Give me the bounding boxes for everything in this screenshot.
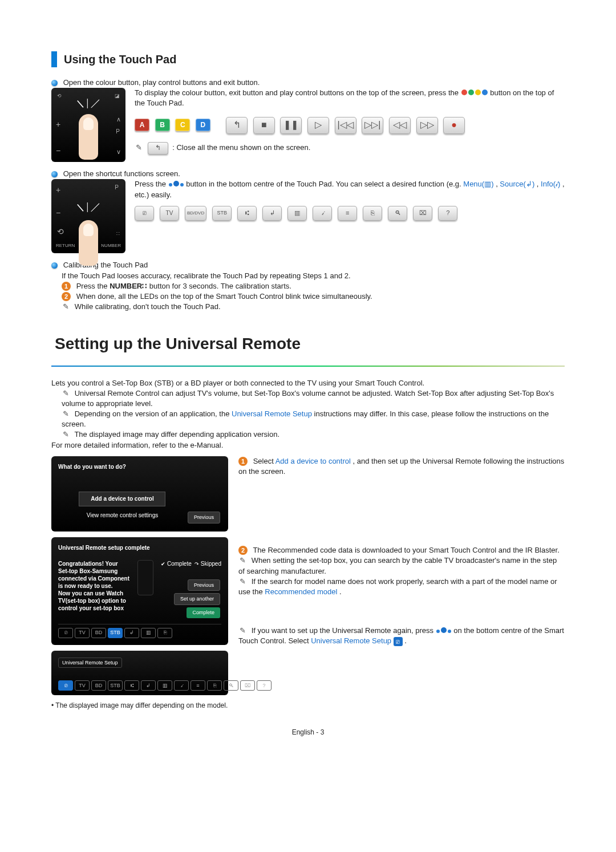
tv-chip-icon: TV — [160, 206, 179, 221]
section-heading-universal-remote: Setting up the Universal Remote — [51, 329, 565, 362]
3d-icon: ⑆ — [124, 680, 139, 691]
touch-lines-icon: ＼│╱ — [76, 98, 101, 109]
list-icon: ≡ — [338, 206, 357, 221]
step-1-icon: 1 — [62, 282, 71, 291]
calib-step2: 2 When done, all the LEDs on the top of … — [62, 291, 565, 302]
picture-icon: ⌧ — [240, 680, 255, 691]
search-icon: 🔍︎ — [388, 206, 407, 221]
note-icon: ✎ — [62, 302, 70, 312]
ss-bottom-iconbar: ⎚ TV BD STB ↲ ▥ ⎘ — [58, 624, 221, 638]
tv-chip-icon: TV — [75, 628, 90, 638]
complete-button[interactable]: Complete — [187, 607, 220, 618]
screenshots-column: What do you want to do? Add a device to … — [51, 456, 228, 711]
universal-remote-setup-link: Universal Remote Setup — [311, 636, 391, 645]
key-d: D — [196, 119, 210, 131]
touchpad-figure-1: ⟲ ◪ ＼│╱ + − ∧ P ∨ — [51, 88, 125, 162]
calib-step1: 1 Press the NUMBER∷ button for 3 seconds… — [62, 281, 565, 291]
item-note: ✎ ↰ : Close all the menu shown on the sc… — [135, 142, 565, 155]
ss-title: Universal Remote Setup — [58, 658, 122, 668]
section-heading-touchpad: Using the Touch Pad — [51, 51, 565, 67]
note-icon: ✎ — [62, 429, 70, 440]
remote-setup-icon: ⎚ — [135, 206, 154, 221]
shortcut-dots-icon — [168, 180, 187, 188]
stb-chip-icon: STB — [212, 206, 232, 221]
chlist-icon: ⎘ — [157, 628, 172, 638]
key-a: A — [135, 119, 149, 131]
picture-icon: ⌧ — [413, 206, 432, 221]
source-icon: ↲ — [124, 628, 139, 638]
bddvd-chip-icon: BD — [91, 680, 106, 691]
menu-link: Menu(▥) — [463, 180, 493, 188]
view-settings-button[interactable]: View remote control settings — [79, 509, 165, 522]
screenshot-remote-setup: Universal Remote Setup ⎚ TV BD STB ⑆ ↲ ▥… — [51, 651, 228, 696]
screenshot-setup-complete: Universal Remote setup complete Congratu… — [51, 537, 228, 645]
tv-chip-icon: TV — [75, 680, 90, 691]
info-icon: 𝒾 — [313, 206, 332, 221]
help-icon: ? — [257, 680, 271, 691]
item-colour-buttons: Open the colour button, play control but… — [51, 78, 565, 88]
key-c: C — [175, 119, 190, 131]
search-icon: 🔍︎ — [224, 680, 238, 691]
bullet-icon — [51, 262, 58, 269]
item-shortcut-screen: Open the shortcut functions screen. — [51, 169, 565, 179]
info-link: Info(𝒾) — [541, 180, 560, 188]
list-icon: ≡ — [191, 680, 205, 691]
chlist-icon: ⎘ — [207, 680, 222, 691]
add-device-button[interactable]: Add a device to control — [79, 492, 165, 506]
stop-icon: ■ — [253, 117, 275, 134]
add-device-link: Add a device to control — [275, 457, 351, 465]
step-2: 2 The Recommended code data is downloade… — [238, 545, 565, 555]
previous-button[interactable]: Previous — [188, 579, 220, 591]
ss-iconbar: ⎚ TV BD STB ⑆ ↲ ▥ 𝒾 ≡ ⎘ 🔍︎ ⌧ ? — [58, 677, 221, 691]
prev-track-icon: |◁◁ — [335, 117, 356, 134]
note-icon: ✎ — [135, 143, 143, 153]
note-b: ✎ If the search for model name does not … — [238, 577, 565, 597]
step-1-icon: 1 — [238, 457, 248, 466]
key-b: B — [155, 119, 170, 131]
chlist-icon: ⎘ — [363, 206, 382, 221]
intro-text: Lets you control a Set-Top Box (STB) or … — [51, 378, 565, 388]
exit-icon: ↰ — [226, 117, 248, 134]
remote-setup-icon: ⎚ — [394, 637, 403, 646]
note-icon: ✎ — [238, 577, 247, 587]
screenshot-what-do-you-want: What do you want to do? Add a device to … — [51, 456, 228, 532]
note-c: ✎ If you want to set up the Universal Re… — [238, 626, 565, 646]
recommended-model-link: Recommended model — [265, 587, 337, 596]
note-icon: ✎ — [238, 555, 247, 566]
item-calibrating: Calibrating the Touch Pad — [51, 260, 565, 270]
touch-lines-icon: ＼│╱ — [76, 202, 101, 213]
exit-icon: ↰ — [148, 142, 168, 155]
help-icon: ? — [438, 206, 457, 221]
calib-desc: If the Touch Pad looses accuracy, recali… — [62, 271, 565, 281]
ss-title: Universal Remote setup complete — [58, 544, 221, 552]
page-footer: English - 3 — [51, 728, 565, 737]
note-2: ✎ Depending on the version of an applica… — [62, 409, 565, 429]
touchpad-figure-2: + − P ⟲ RETURN ∷ NUMBER ＼│╱ — [51, 179, 125, 253]
rewind-icon: ◁◁ — [389, 117, 411, 134]
step-1: 1 Select Add a device to control , and t… — [238, 456, 565, 477]
bddvd-chip-icon: BD/DVD — [185, 206, 206, 221]
item-desc: Press the button in the bottom centre of… — [135, 179, 565, 200]
ref-emanual: For more detailed information, refer to … — [51, 440, 565, 451]
note-icon: ✎ — [62, 409, 70, 419]
next-track-icon: ▷▷| — [362, 117, 383, 134]
bullet-icon — [51, 171, 58, 177]
number-bold: NUMBER — [110, 282, 142, 290]
previous-button[interactable]: Previous — [188, 512, 220, 524]
record-icon: ● — [443, 117, 465, 134]
setup-another-button[interactable]: Set up another — [174, 593, 220, 605]
item-title: Calibrating the Touch Pad — [63, 261, 148, 269]
bullet-icon — [51, 80, 58, 86]
source-icon: ↲ — [262, 206, 282, 221]
finger-icon — [79, 220, 98, 266]
note-icon: ✎ — [62, 388, 70, 399]
remote-setup-icon: ⎚ — [58, 628, 73, 638]
shortcut-dots-icon — [436, 626, 454, 635]
bddvd-chip-icon: BD — [91, 628, 106, 638]
remote-setup-icon: ⎚ — [58, 680, 73, 691]
calib-note: ✎ While calibrating, don't touch the Tou… — [62, 302, 565, 312]
forward-icon: ▷▷ — [416, 117, 438, 134]
stb-chip-icon: STB — [108, 628, 123, 638]
instructions-column: 1 Select Add a device to control , and t… — [238, 456, 565, 647]
menu-icon: ▥ — [287, 206, 307, 221]
